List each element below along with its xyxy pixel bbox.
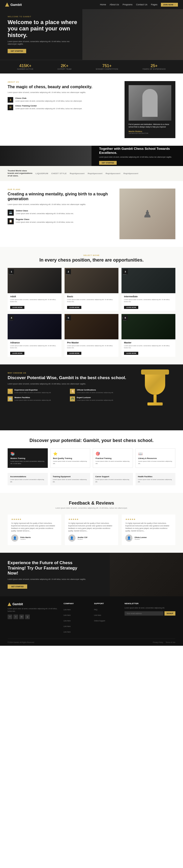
footer-company-links: Link Here Link Here Link Here Link Here … bbox=[63, 607, 89, 633]
training-desc: Lorem ipsum dolor sit amet, consectetur … bbox=[15, 107, 82, 110]
chess-club-icon: ♟ bbox=[8, 97, 13, 103]
support-link-2[interactable]: Link Here bbox=[94, 614, 101, 616]
plan-regular-content: Regular Class Lorem ipsum dolor sit amet… bbox=[16, 218, 74, 223]
nav-contact[interactable]: Contact Us bbox=[136, 3, 148, 6]
cta-section: Experience the Future of Chess Training!… bbox=[0, 553, 183, 596]
regular-class-desc: Lorem ipsum dolor sit amet, consectetur … bbox=[16, 221, 74, 223]
plans-left: OUR PLANS Creating a winning mentality, … bbox=[8, 189, 114, 239]
niche-card-basic-btn[interactable]: LEARN MORE bbox=[67, 306, 81, 309]
trophy-icon-sm: 🏆 bbox=[9, 390, 12, 393]
why-facilities-desc: Lorem ipsum dolor sit amet consectetur a… bbox=[15, 399, 51, 401]
youtube-icon[interactable]: y bbox=[25, 615, 30, 619]
brand-logo-5: Rapidpassant bbox=[105, 172, 120, 175]
niche-card-master-title: Master bbox=[124, 341, 173, 344]
about-section: ABOUT US The magic of chess, beauty and … bbox=[0, 73, 183, 146]
niche-card-intermediate: ♗ 3 Intermediate Lorem ipsum dolor sit a… bbox=[122, 268, 175, 311]
why-item-expertise: 🏆 Experience and Expertise Lorem ipsum d… bbox=[8, 389, 67, 394]
banner-title: Together with Gambit Chess School Toward… bbox=[99, 147, 175, 155]
stats-section: 415K+ NUMBER ACTIVE 2K+ EXPERT TEAM 751+… bbox=[0, 60, 183, 73]
brand-logo-3: Rapidpassant bbox=[70, 172, 84, 175]
footer-bottom: © 2024 Gambit. All Rights Reserved. Priv… bbox=[8, 639, 175, 643]
nav-home[interactable]: Home bbox=[100, 3, 106, 6]
discover-header: Discover your potential: Gambit, your be… bbox=[8, 438, 175, 443]
support-link-3[interactable]: Online Support bbox=[94, 620, 105, 622]
trophy-base bbox=[148, 402, 163, 405]
niche-card-intermediate-img: ♗ 3 bbox=[122, 268, 175, 293]
niche-card-master-img: ♔ 6 bbox=[122, 314, 175, 339]
company-link-5[interactable]: Link Here bbox=[63, 631, 71, 633]
niche-card-intermediate-level: 3 bbox=[123, 269, 128, 274]
practical-card-icon: 🎯 bbox=[96, 452, 130, 456]
about-item-club-content: Chess Club Lorem ipsum dolor sit amet, c… bbox=[15, 97, 82, 102]
career-desc: Lorem ipsum dolor sit amet consectetur a… bbox=[95, 478, 130, 483]
niche-card-adult-btn[interactable]: LEARN MORE bbox=[10, 306, 24, 309]
reviews-header: Feedback & Reviews Lorem ipsum dolor sit… bbox=[8, 500, 175, 510]
equipment-title: Training Equipment bbox=[53, 475, 88, 478]
niche-card-premaster-level: 5 bbox=[66, 315, 71, 320]
discover-card2-equipment: Training Equipment Lorem ipsum dolor sit… bbox=[50, 473, 90, 485]
why-facilities-title: Modern Facilities bbox=[15, 396, 51, 399]
support-link-1[interactable]: FAQ bbox=[94, 609, 97, 611]
terms-link[interactable]: Terms of Use bbox=[166, 642, 175, 643]
company-link-3[interactable]: Link Here bbox=[63, 620, 71, 622]
certs-icon: 📜 bbox=[70, 389, 75, 394]
cta-content: Experience the Future of Chess Training!… bbox=[8, 560, 89, 589]
discover-card-practical: 🎯 Practical Training Lorem ipsum dolor s… bbox=[93, 448, 133, 468]
niche-card-master-body: Master Lorem ipsum dolor sit amet, conse… bbox=[122, 339, 175, 357]
company-link-4[interactable]: Link Here bbox=[63, 625, 71, 627]
instructor-quote: Full of passion and dedication. Welcome … bbox=[129, 123, 171, 128]
reviewer-role-1: Student bbox=[20, 538, 31, 540]
niche-card-advance: ♘ 4 Advance Lorem ipsum dolor sit amet, … bbox=[8, 314, 61, 357]
trophy-decoration bbox=[137, 372, 173, 423]
training-icon: 🏛 bbox=[8, 105, 13, 110]
review-author-1: 👤 Felix Harris Student bbox=[11, 534, 58, 541]
niche-card-intermediate-body: Intermediate Lorem ipsum dolor sit amet,… bbox=[122, 293, 175, 311]
facebook-icon[interactable]: f bbox=[8, 615, 12, 619]
brand-logo-6: Rapidpassant bbox=[124, 172, 138, 175]
about-desc: Lorem ipsum dolor sit amet, consectetur … bbox=[8, 91, 120, 94]
teacher-icon: 👨‍🏫 bbox=[71, 398, 74, 400]
newsletter-signup-button[interactable]: SIGNUP bbox=[164, 611, 175, 616]
niche-card-intermediate-desc: Lorem ipsum dolor sit amet, consectetur … bbox=[124, 299, 173, 303]
review-text-3: I'm highly impressed with the quality of… bbox=[125, 522, 172, 532]
banner-cta-button[interactable]: GET STARTED bbox=[99, 161, 117, 165]
reviewer-role-2: Student bbox=[78, 538, 87, 540]
company-link-2[interactable]: Link Here bbox=[63, 614, 71, 616]
join-now-button[interactable]: JOIN NOW → bbox=[161, 3, 178, 7]
discover-card-quality: ⭐ Best Quality Training Lorem ipsum dolo… bbox=[50, 448, 90, 468]
nav-programs[interactable]: Programs bbox=[123, 3, 132, 6]
newsletter-email-input[interactable] bbox=[125, 611, 163, 616]
discover-card-library: 📖 Library & Resources Lorem ipsum dolor … bbox=[135, 448, 176, 468]
why-title: Discover Potential Wise, Gambit is the b… bbox=[8, 375, 130, 380]
about-item-club: ♟ Chess Club Lorem ipsum dolor sit amet,… bbox=[8, 97, 120, 103]
why-item-certs: 📜 Official Certifications Lorem ipsum do… bbox=[70, 389, 130, 394]
niche-card-advance-btn[interactable]: LEARN MORE bbox=[10, 352, 24, 355]
company-link-1[interactable]: Link Here bbox=[63, 609, 71, 611]
instagram-icon[interactable]: in bbox=[19, 615, 24, 619]
why-left: WHY CHOOSE US Discover Potential Wise, G… bbox=[8, 372, 130, 423]
stat-experience: 25+ YEARS OF EXPERIENCE bbox=[142, 64, 166, 70]
discover-card2-career: Career Support Lorem ipsum dolor sit ame… bbox=[93, 473, 133, 485]
niche-card-premaster-body: Pre Master Lorem ipsum dolor sit amet, c… bbox=[64, 339, 119, 357]
hero-cta-button[interactable]: GET STARTED bbox=[8, 49, 26, 53]
review-stars-3: ★★★★★ bbox=[125, 518, 172, 521]
nav-about[interactable]: About Us bbox=[109, 3, 119, 6]
twitter-icon[interactable]: t bbox=[14, 615, 18, 619]
niche-card-premaster-btn[interactable]: LEARN MORE bbox=[67, 352, 81, 355]
niche-card-master-btn[interactable]: LEARN MORE bbox=[124, 352, 138, 355]
facilities-icon: 🏢 bbox=[8, 396, 13, 401]
nav-pages[interactable]: Pages bbox=[151, 3, 158, 6]
cta-button[interactable]: GET STARTED bbox=[8, 584, 27, 589]
plans-tag: OUR PLANS bbox=[8, 189, 114, 190]
about-item-training-content: Chess Training Center Lorem ipsum dolor … bbox=[15, 105, 82, 110]
footer-logo: Gambit bbox=[8, 602, 58, 606]
niche-card-intermediate-btn[interactable]: LEARN MORE bbox=[124, 306, 138, 309]
why-certs-desc: Lorem ipsum dolor sit amet consectetur a… bbox=[77, 392, 113, 394]
niche-card-basic: ♖ 2 Basic Lorem ipsum dolor sit amet, co… bbox=[64, 268, 119, 311]
niche-card-basic-desc: Lorem ipsum dolor sit amet, consectetur … bbox=[67, 299, 116, 303]
privacy-policy-link[interactable]: Privacy Policy bbox=[153, 642, 163, 643]
niche-card-advance-title: Advance bbox=[10, 341, 59, 344]
discover-card2-accommodations: Accommodations Lorem ipsum dolor sit ame… bbox=[8, 473, 48, 485]
laptop-icon: 💻 bbox=[9, 211, 12, 214]
stat-winners-label: WINNER COMPETITION bbox=[96, 68, 118, 70]
